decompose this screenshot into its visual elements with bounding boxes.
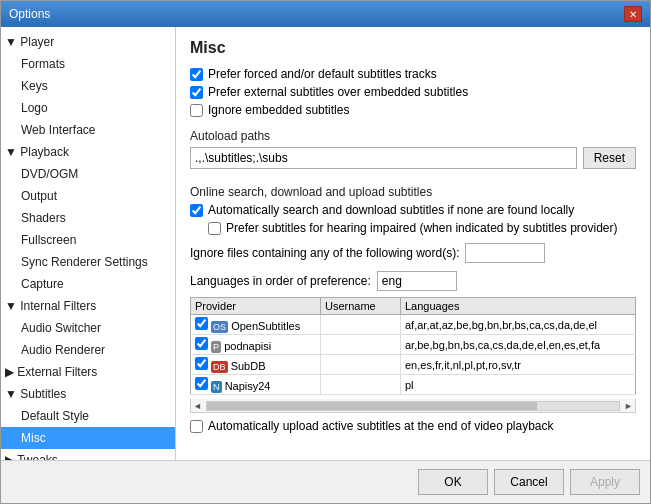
ignore-embedded-row: Ignore embedded subtitles bbox=[190, 103, 636, 117]
sidebar-item-player[interactable]: ▼ Player bbox=[1, 31, 175, 53]
languages-label: Languages in order of preference: bbox=[190, 274, 371, 288]
autoload-row: Reset bbox=[190, 147, 636, 169]
prefer-forced-row: Prefer forced and/or default subtitles t… bbox=[190, 67, 636, 81]
scroll-right-arrow[interactable]: ► bbox=[622, 401, 635, 411]
sidebar-item-logo[interactable]: Logo bbox=[1, 97, 175, 119]
sidebar-item-misc[interactable]: Misc bbox=[1, 427, 175, 449]
col-provider: Provider bbox=[191, 298, 321, 315]
sidebar-item-tweaks[interactable]: ▶ Tweaks bbox=[1, 449, 175, 460]
table-row: DB SubDB en,es,fr,it,nl,pl,pt,ro,sv,tr bbox=[191, 355, 636, 375]
ignore-row: Ignore files containing any of the follo… bbox=[190, 243, 636, 263]
close-button[interactable]: ✕ bbox=[624, 6, 642, 22]
apply-button[interactable]: Apply bbox=[570, 469, 640, 495]
sidebar-item-output[interactable]: Output bbox=[1, 185, 175, 207]
prefer-hearing-row: Prefer subtitles for hearing impaired (w… bbox=[190, 221, 636, 235]
titlebar: Options ✕ bbox=[1, 1, 650, 27]
providers-table: Provider Username Languages OS OpenSubti… bbox=[190, 297, 636, 395]
provider-napisy24-checkbox[interactable] bbox=[195, 377, 208, 390]
table-row: N Napisy24 pl bbox=[191, 375, 636, 395]
provider-subdb-checkbox[interactable] bbox=[195, 357, 208, 370]
sidebar-item-default-style[interactable]: Default Style bbox=[1, 405, 175, 427]
podnapisi-icon: P bbox=[211, 341, 221, 353]
tweaks-toggle: ▶ bbox=[5, 453, 17, 460]
provider-opensubtitles-checkbox[interactable] bbox=[195, 317, 208, 330]
provider-podnapisi-checkbox[interactable] bbox=[195, 337, 208, 350]
autoload-label: Autoload paths bbox=[190, 129, 636, 143]
table-row: P podnapisi ar,be,bg,bn,bs,ca,cs,da,de,e… bbox=[191, 335, 636, 355]
cancel-button[interactable]: Cancel bbox=[494, 469, 564, 495]
prefer-hearing-label: Prefer subtitles for hearing impaired (w… bbox=[226, 221, 618, 235]
sidebar-item-formats[interactable]: Formats bbox=[1, 53, 175, 75]
sidebar-item-audio-switcher[interactable]: Audio Switcher bbox=[1, 317, 175, 339]
auto-search-row: Automatically search and download subtit… bbox=[190, 203, 636, 217]
sidebar-item-shaders[interactable]: Shaders bbox=[1, 207, 175, 229]
scroll-left-arrow[interactable]: ◄ bbox=[191, 401, 204, 411]
prefer-forced-checkbox[interactable] bbox=[190, 68, 203, 81]
sidebar-item-web-interface[interactable]: Web Interface bbox=[1, 119, 175, 141]
languages-row: Languages in order of preference: bbox=[190, 271, 636, 291]
ok-button[interactable]: OK bbox=[418, 469, 488, 495]
napisy24-icon: N bbox=[211, 381, 222, 393]
ignore-input[interactable] bbox=[465, 243, 545, 263]
sidebar: ▼ Player Formats Keys Logo Web Interface… bbox=[1, 27, 176, 460]
auto-search-checkbox[interactable] bbox=[190, 204, 203, 217]
prefer-external-checkbox[interactable] bbox=[190, 86, 203, 99]
sidebar-item-capture[interactable]: Capture bbox=[1, 273, 175, 295]
hscrollbar-thumb[interactable] bbox=[207, 402, 537, 410]
options-window: Options ✕ ▼ Player Formats Keys Logo Web… bbox=[0, 0, 651, 504]
ignore-label: Ignore files containing any of the follo… bbox=[190, 246, 459, 260]
sidebar-item-sync-renderer[interactable]: Sync Renderer Settings bbox=[1, 251, 175, 273]
window-controls: ✕ bbox=[624, 6, 642, 22]
subdb-icon: DB bbox=[211, 361, 228, 373]
col-username: Username bbox=[321, 298, 401, 315]
sidebar-item-internal-filters[interactable]: ▼ Internal Filters bbox=[1, 295, 175, 317]
bottom-bar: OK Cancel Apply bbox=[1, 460, 650, 503]
main-content: ▼ Player Formats Keys Logo Web Interface… bbox=[1, 27, 650, 460]
upload-row: Automatically upload active subtitles at… bbox=[190, 419, 636, 433]
upload-label: Automatically upload active subtitles at… bbox=[208, 419, 554, 433]
prefer-forced-label: Prefer forced and/or default subtitles t… bbox=[208, 67, 437, 81]
hscrollbar-container: ◄ ► bbox=[190, 399, 636, 413]
sidebar-item-keys[interactable]: Keys bbox=[1, 75, 175, 97]
player-toggle: ▼ bbox=[5, 35, 20, 49]
sidebar-item-dvd-ogm[interactable]: DVD/OGM bbox=[1, 163, 175, 185]
prefer-external-label: Prefer external subtitles over embedded … bbox=[208, 85, 468, 99]
auto-search-label: Automatically search and download subtit… bbox=[208, 203, 574, 217]
prefer-external-row: Prefer external subtitles over embedded … bbox=[190, 85, 636, 99]
ignore-embedded-label: Ignore embedded subtitles bbox=[208, 103, 349, 117]
right-panel: Misc Prefer forced and/or default subtit… bbox=[176, 27, 650, 460]
languages-input[interactable] bbox=[377, 271, 457, 291]
autoload-input[interactable] bbox=[190, 147, 577, 169]
external-filters-toggle: ▶ bbox=[5, 365, 17, 379]
sidebar-item-playback[interactable]: ▼ Playback bbox=[1, 141, 175, 163]
sidebar-item-audio-renderer[interactable]: Audio Renderer bbox=[1, 339, 175, 361]
upload-checkbox[interactable] bbox=[190, 420, 203, 433]
hscrollbar-track[interactable] bbox=[206, 401, 620, 411]
reset-button[interactable]: Reset bbox=[583, 147, 636, 169]
sidebar-item-external-filters[interactable]: ▶ External Filters bbox=[1, 361, 175, 383]
window-title: Options bbox=[9, 7, 50, 21]
sidebar-item-subtitles[interactable]: ▼ Subtitles bbox=[1, 383, 175, 405]
col-languages: Languages bbox=[401, 298, 636, 315]
opensubtitles-icon: OS bbox=[211, 321, 228, 333]
sidebar-item-fullscreen[interactable]: Fullscreen bbox=[1, 229, 175, 251]
internal-filters-toggle: ▼ bbox=[5, 299, 20, 313]
table-row: OS OpenSubtitles af,ar,at,az,be,bg,bn,br… bbox=[191, 315, 636, 335]
ignore-embedded-checkbox[interactable] bbox=[190, 104, 203, 117]
prefer-hearing-checkbox[interactable] bbox=[208, 222, 221, 235]
playback-toggle: ▼ bbox=[5, 145, 20, 159]
online-section-label: Online search, download and upload subti… bbox=[190, 185, 636, 199]
panel-title: Misc bbox=[190, 39, 636, 57]
subtitles-toggle: ▼ bbox=[5, 387, 20, 401]
